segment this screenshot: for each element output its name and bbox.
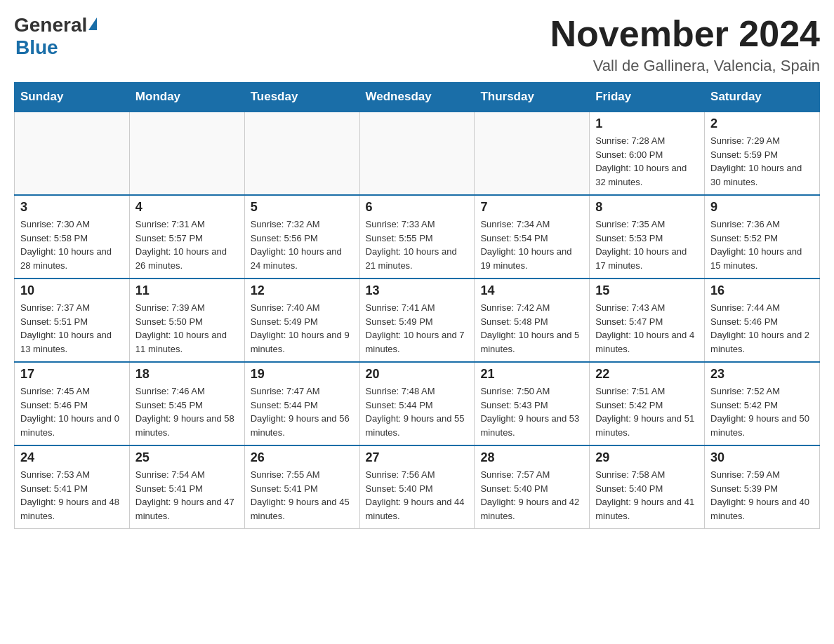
column-header-sunday: Sunday bbox=[15, 83, 130, 112]
calendar-cell: 9Sunrise: 7:36 AMSunset: 5:52 PMDaylight… bbox=[705, 195, 820, 279]
calendar-header-row: SundayMondayTuesdayWednesdayThursdayFrid… bbox=[15, 83, 820, 112]
column-header-wednesday: Wednesday bbox=[359, 83, 475, 112]
day-number: 6 bbox=[366, 200, 469, 215]
day-info: Sunrise: 7:31 AMSunset: 5:57 PMDaylight:… bbox=[135, 217, 239, 272]
day-number: 16 bbox=[710, 283, 814, 298]
day-number: 9 bbox=[710, 200, 814, 215]
calendar-cell: 29Sunrise: 7:58 AMSunset: 5:40 PMDayligh… bbox=[590, 445, 705, 529]
day-info: Sunrise: 7:33 AMSunset: 5:55 PMDaylight:… bbox=[366, 217, 469, 272]
day-number: 12 bbox=[251, 283, 354, 298]
page-header: General Blue November 2024 Vall de Galli… bbox=[14, 14, 820, 75]
day-info: Sunrise: 7:45 AMSunset: 5:46 PMDaylight:… bbox=[20, 384, 124, 439]
week-row-2: 3Sunrise: 7:30 AMSunset: 5:58 PMDaylight… bbox=[15, 195, 820, 279]
title-area: November 2024 Vall de Gallinera, Valenci… bbox=[550, 14, 820, 75]
day-info: Sunrise: 7:46 AMSunset: 5:45 PMDaylight:… bbox=[135, 384, 239, 439]
day-number: 21 bbox=[480, 367, 583, 382]
day-number: 15 bbox=[595, 283, 699, 298]
day-info: Sunrise: 7:39 AMSunset: 5:50 PMDaylight:… bbox=[135, 301, 239, 356]
day-number: 8 bbox=[595, 200, 699, 215]
calendar-cell: 7Sunrise: 7:34 AMSunset: 5:54 PMDaylight… bbox=[475, 195, 590, 279]
day-info: Sunrise: 7:42 AMSunset: 5:48 PMDaylight:… bbox=[480, 301, 583, 356]
day-number: 11 bbox=[135, 283, 239, 298]
day-info: Sunrise: 7:48 AMSunset: 5:44 PMDaylight:… bbox=[366, 384, 469, 439]
week-row-4: 17Sunrise: 7:45 AMSunset: 5:46 PMDayligh… bbox=[15, 362, 820, 445]
day-info: Sunrise: 7:35 AMSunset: 5:53 PMDaylight:… bbox=[595, 217, 699, 272]
day-info: Sunrise: 7:32 AMSunset: 5:56 PMDaylight:… bbox=[251, 217, 354, 272]
calendar-cell: 25Sunrise: 7:54 AMSunset: 5:41 PMDayligh… bbox=[129, 445, 244, 529]
calendar-cell: 1Sunrise: 7:28 AMSunset: 6:00 PMDaylight… bbox=[590, 112, 705, 195]
day-info: Sunrise: 7:29 AMSunset: 5:59 PMDaylight:… bbox=[710, 134, 814, 189]
day-info: Sunrise: 7:54 AMSunset: 5:41 PMDaylight:… bbox=[135, 468, 239, 523]
calendar-cell: 12Sunrise: 7:40 AMSunset: 5:49 PMDayligh… bbox=[244, 279, 359, 362]
day-info: Sunrise: 7:59 AMSunset: 5:39 PMDaylight:… bbox=[710, 468, 814, 523]
calendar-cell: 17Sunrise: 7:45 AMSunset: 5:46 PMDayligh… bbox=[15, 362, 130, 445]
week-row-3: 10Sunrise: 7:37 AMSunset: 5:51 PMDayligh… bbox=[15, 279, 820, 362]
day-info: Sunrise: 7:56 AMSunset: 5:40 PMDaylight:… bbox=[366, 468, 469, 523]
day-info: Sunrise: 7:53 AMSunset: 5:41 PMDaylight:… bbox=[20, 468, 124, 523]
calendar-cell: 22Sunrise: 7:51 AMSunset: 5:42 PMDayligh… bbox=[590, 362, 705, 445]
calendar-cell: 6Sunrise: 7:33 AMSunset: 5:55 PMDaylight… bbox=[359, 195, 475, 279]
day-number: 2 bbox=[710, 116, 814, 131]
calendar-cell: 19Sunrise: 7:47 AMSunset: 5:44 PMDayligh… bbox=[244, 362, 359, 445]
day-number: 20 bbox=[366, 367, 469, 382]
calendar-cell: 10Sunrise: 7:37 AMSunset: 5:51 PMDayligh… bbox=[15, 279, 130, 362]
calendar-cell: 16Sunrise: 7:44 AMSunset: 5:46 PMDayligh… bbox=[705, 279, 820, 362]
day-number: 18 bbox=[135, 367, 239, 382]
calendar-cell: 14Sunrise: 7:42 AMSunset: 5:48 PMDayligh… bbox=[475, 279, 590, 362]
day-info: Sunrise: 7:50 AMSunset: 5:43 PMDaylight:… bbox=[480, 384, 583, 439]
day-info: Sunrise: 7:40 AMSunset: 5:49 PMDaylight:… bbox=[251, 301, 354, 356]
day-number: 3 bbox=[20, 200, 124, 215]
day-info: Sunrise: 7:58 AMSunset: 5:40 PMDaylight:… bbox=[595, 468, 699, 523]
calendar-cell: 20Sunrise: 7:48 AMSunset: 5:44 PMDayligh… bbox=[359, 362, 475, 445]
day-number: 14 bbox=[480, 283, 583, 298]
day-number: 29 bbox=[595, 450, 699, 465]
calendar-cell: 27Sunrise: 7:56 AMSunset: 5:40 PMDayligh… bbox=[359, 445, 475, 529]
location-subtitle: Vall de Gallinera, Valencia, Spain bbox=[550, 57, 820, 75]
column-header-thursday: Thursday bbox=[475, 83, 590, 112]
month-title: November 2024 bbox=[550, 14, 820, 54]
day-number: 24 bbox=[20, 450, 124, 465]
calendar-cell bbox=[359, 112, 475, 195]
calendar-cell: 30Sunrise: 7:59 AMSunset: 5:39 PMDayligh… bbox=[705, 445, 820, 529]
calendar-cell: 15Sunrise: 7:43 AMSunset: 5:47 PMDayligh… bbox=[590, 279, 705, 362]
day-number: 26 bbox=[251, 450, 354, 465]
column-header-friday: Friday bbox=[590, 83, 705, 112]
day-number: 28 bbox=[480, 450, 583, 465]
logo-general-text: General bbox=[14, 14, 87, 36]
calendar-cell: 18Sunrise: 7:46 AMSunset: 5:45 PMDayligh… bbox=[129, 362, 244, 445]
day-number: 10 bbox=[20, 283, 124, 298]
day-info: Sunrise: 7:41 AMSunset: 5:49 PMDaylight:… bbox=[366, 301, 469, 356]
calendar-cell: 21Sunrise: 7:50 AMSunset: 5:43 PMDayligh… bbox=[475, 362, 590, 445]
column-header-monday: Monday bbox=[129, 83, 244, 112]
day-info: Sunrise: 7:55 AMSunset: 5:41 PMDaylight:… bbox=[251, 468, 354, 523]
calendar-cell: 28Sunrise: 7:57 AMSunset: 5:40 PMDayligh… bbox=[475, 445, 590, 529]
logo: General Blue bbox=[14, 14, 97, 59]
day-number: 5 bbox=[251, 200, 354, 215]
calendar-cell: 2Sunrise: 7:29 AMSunset: 5:59 PMDaylight… bbox=[705, 112, 820, 195]
day-number: 1 bbox=[595, 116, 699, 131]
calendar-cell bbox=[244, 112, 359, 195]
day-info: Sunrise: 7:52 AMSunset: 5:42 PMDaylight:… bbox=[710, 384, 814, 439]
day-number: 17 bbox=[20, 367, 124, 382]
column-header-saturday: Saturday bbox=[705, 83, 820, 112]
day-number: 25 bbox=[135, 450, 239, 465]
day-number: 23 bbox=[710, 367, 814, 382]
logo-blue-text: Blue bbox=[15, 36, 58, 59]
logo-triangle-icon bbox=[88, 18, 97, 30]
day-number: 4 bbox=[135, 200, 239, 215]
day-info: Sunrise: 7:37 AMSunset: 5:51 PMDaylight:… bbox=[20, 301, 124, 356]
calendar-cell: 4Sunrise: 7:31 AMSunset: 5:57 PMDaylight… bbox=[129, 195, 244, 279]
day-number: 22 bbox=[595, 367, 699, 382]
calendar-cell: 23Sunrise: 7:52 AMSunset: 5:42 PMDayligh… bbox=[705, 362, 820, 445]
day-info: Sunrise: 7:44 AMSunset: 5:46 PMDaylight:… bbox=[710, 301, 814, 356]
day-number: 30 bbox=[710, 450, 814, 465]
day-info: Sunrise: 7:43 AMSunset: 5:47 PMDaylight:… bbox=[595, 301, 699, 356]
day-number: 13 bbox=[366, 283, 469, 298]
calendar-table: SundayMondayTuesdayWednesdayThursdayFrid… bbox=[14, 82, 820, 529]
calendar-cell: 8Sunrise: 7:35 AMSunset: 5:53 PMDaylight… bbox=[590, 195, 705, 279]
day-info: Sunrise: 7:57 AMSunset: 5:40 PMDaylight:… bbox=[480, 468, 583, 523]
day-info: Sunrise: 7:51 AMSunset: 5:42 PMDaylight:… bbox=[595, 384, 699, 439]
day-info: Sunrise: 7:34 AMSunset: 5:54 PMDaylight:… bbox=[480, 217, 583, 272]
day-number: 7 bbox=[480, 200, 583, 215]
column-header-tuesday: Tuesday bbox=[244, 83, 359, 112]
